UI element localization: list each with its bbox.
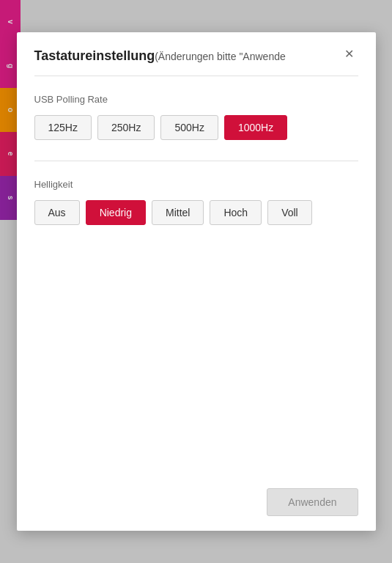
dialog-title: Tastatureinstellung [34,48,155,63]
polling-125hz-button[interactable]: 125Hz [34,115,92,140]
polling-rate-group: 125Hz 250Hz 500Hz 1000Hz [34,115,358,140]
apply-button[interactable]: Anwenden [267,488,358,516]
brightness-aus-button[interactable]: Aus [34,200,80,225]
polling-250hz-button[interactable]: 250Hz [97,115,155,140]
polling-rate-label: USB Polling Rate [34,94,358,105]
polling-1000hz-button[interactable]: 1000Hz [224,115,287,140]
brightness-mittel-button[interactable]: Mittel [152,200,204,225]
dialog-title-container: Tastatureinstellung(Änderungen bitte "An… [34,48,286,64]
polling-500hz-button[interactable]: 500Hz [160,115,218,140]
brightness-hoch-button[interactable]: Hoch [210,200,262,225]
brightness-label: Helligkeit [34,179,358,190]
dialog-footer: Anwenden [17,476,376,531]
brightness-niedrig-button[interactable]: Niedrig [86,200,146,225]
brightness-group: Aus Niedrig Mittel Hoch Voll [34,200,358,225]
dialog: Tastatureinstellung(Änderungen bitte "An… [17,32,376,531]
polling-rate-section: USB Polling Rate 125Hz 250Hz 500Hz 1000H… [34,94,358,140]
dialog-title-sub: (Änderungen bitte "Anwende [155,51,286,62]
section-divider [34,161,358,161]
dialog-header: Tastatureinstellung(Änderungen bitte "An… [17,32,376,76]
brightness-section: Helligkeit Aus Niedrig Mittel Hoch Voll [34,179,358,225]
brightness-voll-button[interactable]: Voll [267,200,312,225]
close-button[interactable]: ✕ [340,47,358,62]
dialog-body: USB Polling Rate 125Hz 250Hz 500Hz 1000H… [17,76,376,476]
dialog-overlay: Tastatureinstellung(Änderungen bitte "An… [0,0,392,563]
